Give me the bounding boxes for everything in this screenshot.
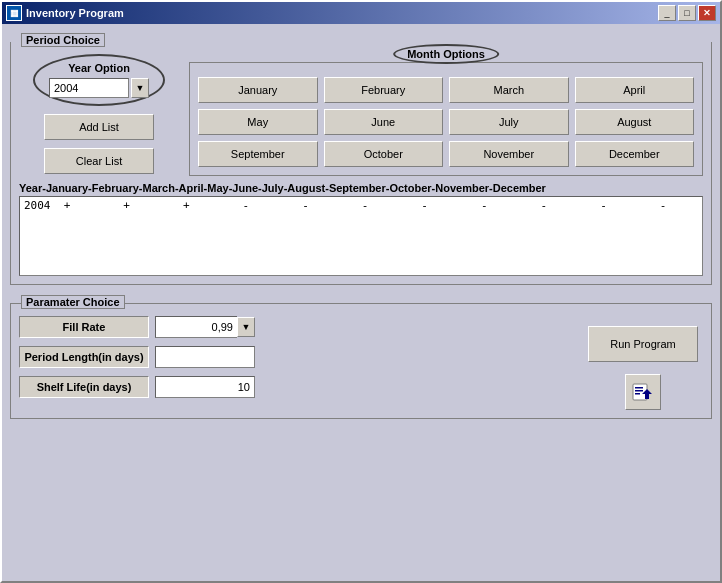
svg-rect-3 bbox=[635, 393, 640, 395]
month-btn-june[interactable]: June bbox=[324, 109, 444, 135]
data-list-section: Year-January-February-March-April-May-Ju… bbox=[19, 180, 703, 276]
data-list-box[interactable]: 2004 + + + - - - - - - - - - bbox=[19, 196, 703, 276]
fill-rate-input[interactable] bbox=[155, 316, 237, 338]
param-group: Fill Rate ▼ Period Length(in days) Shelf… bbox=[19, 316, 573, 406]
period-length-label: Period Length(in days) bbox=[19, 346, 149, 368]
month-btn-february[interactable]: February bbox=[324, 77, 444, 103]
svg-rect-1 bbox=[635, 387, 643, 389]
title-bar: ▦ Inventory Program _ □ ✕ bbox=[2, 2, 720, 24]
period-length-input[interactable] bbox=[155, 346, 255, 368]
minimize-button[interactable]: _ bbox=[658, 5, 676, 21]
svg-rect-2 bbox=[635, 390, 643, 392]
close-button[interactable]: ✕ bbox=[698, 5, 716, 21]
parameter-choice-label: Paramater Choice bbox=[21, 295, 125, 309]
month-btn-july[interactable]: July bbox=[449, 109, 569, 135]
clear-list-button[interactable]: Clear List bbox=[44, 148, 154, 174]
period-choice-label: Period Choice bbox=[21, 33, 105, 47]
add-list-button[interactable]: Add List bbox=[44, 114, 154, 140]
period-length-row: Period Length(in days) bbox=[19, 346, 573, 368]
month-btn-march[interactable]: March bbox=[449, 77, 569, 103]
year-option-box: Year Option ▼ bbox=[33, 54, 165, 106]
right-panel: Month Options January February March Apr… bbox=[189, 54, 703, 176]
data-list-row: 2004 + + + - - - - - - - - - bbox=[24, 199, 698, 212]
fill-rate-dropdown-btn[interactable]: ▼ bbox=[237, 317, 255, 337]
run-program-button[interactable]: Run Program bbox=[588, 326, 698, 362]
shelf-life-input[interactable] bbox=[155, 376, 255, 398]
bottom-section: Fill Rate ▼ Period Length(in days) Shelf… bbox=[19, 316, 703, 410]
month-btn-august[interactable]: August bbox=[575, 109, 695, 135]
fill-rate-row: Fill Rate ▼ bbox=[19, 316, 573, 338]
top-section: Year Option ▼ Add List Clear List Month … bbox=[19, 54, 703, 176]
data-list-header: Year-January-February-March-April-May-Ju… bbox=[19, 180, 703, 196]
title-bar-buttons: _ □ ✕ bbox=[658, 5, 716, 21]
fill-rate-wrapper: ▼ bbox=[155, 316, 255, 338]
month-btn-october[interactable]: October bbox=[324, 141, 444, 167]
month-options-label: Month Options bbox=[393, 44, 499, 64]
month-btn-may[interactable]: May bbox=[198, 109, 318, 135]
left-panel: Year Option ▼ Add List Clear List bbox=[19, 54, 179, 176]
parameter-choice-group: Paramater Choice Fill Rate ▼ Period Leng bbox=[10, 303, 712, 419]
month-btn-november[interactable]: November bbox=[449, 141, 569, 167]
months-grid: January February March April May June Ju… bbox=[189, 62, 703, 176]
window-title: Inventory Program bbox=[26, 7, 658, 19]
year-dropdown-btn[interactable]: ▼ bbox=[131, 78, 149, 98]
period-choice-group: Period Choice Year Option ▼ Add List Cle… bbox=[10, 42, 712, 285]
window-icon: ▦ bbox=[6, 5, 22, 21]
year-select-wrapper: ▼ bbox=[49, 78, 149, 98]
maximize-button[interactable]: □ bbox=[678, 5, 696, 21]
fill-rate-label: Fill Rate bbox=[19, 316, 149, 338]
main-window: ▦ Inventory Program _ □ ✕ Period Choice … bbox=[0, 0, 722, 583]
year-option-label: Year Option bbox=[49, 62, 149, 74]
export-icon bbox=[632, 381, 654, 403]
shelf-life-row: Shelf Life(in days) bbox=[19, 376, 573, 398]
month-btn-january[interactable]: January bbox=[198, 77, 318, 103]
right-actions: Run Program bbox=[583, 316, 703, 410]
month-btn-september[interactable]: September bbox=[198, 141, 318, 167]
shelf-life-label: Shelf Life(in days) bbox=[19, 376, 149, 398]
month-btn-april[interactable]: April bbox=[575, 77, 695, 103]
export-icon-button[interactable] bbox=[625, 374, 661, 410]
window-body: Period Choice Year Option ▼ Add List Cle… bbox=[2, 24, 720, 581]
month-btn-december[interactable]: December bbox=[575, 141, 695, 167]
year-input[interactable] bbox=[49, 78, 129, 98]
